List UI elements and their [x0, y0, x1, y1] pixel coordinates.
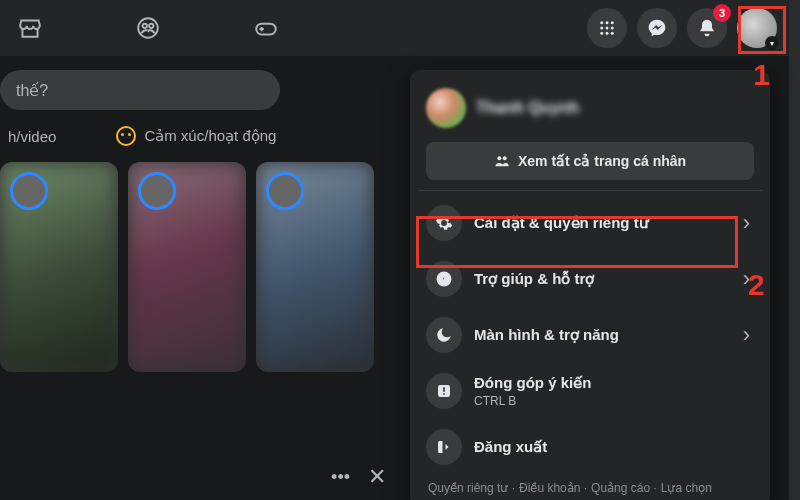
svg-point-6 [611, 21, 614, 24]
svg-point-0 [138, 18, 158, 38]
menu-settings-privacy[interactable]: Cài đặt & quyền riêng tư › [418, 195, 762, 251]
menu-logout[interactable]: Đăng xuất [418, 419, 762, 475]
logout-icon [426, 429, 462, 465]
menu-give-feedback[interactable]: Đóng góp ý kiến CTRL B [418, 363, 762, 419]
menu-item-label: Màn hình & trợ năng [474, 326, 619, 344]
stories-row [0, 162, 400, 372]
svg-point-7 [600, 27, 603, 30]
photo-video-action[interactable]: h/video [8, 126, 56, 146]
story-card[interactable] [256, 162, 374, 372]
people-switch-icon [494, 153, 510, 169]
footer-link[interactable]: Lựa chọn [661, 481, 712, 495]
dropdown-footer-links: Quyền riêng tư Điều khoản Quảng cáo Lựa … [418, 475, 762, 499]
account-dropdown: Thanh Quynh Xem tất cả trang cá nhân Cài… [410, 70, 770, 500]
svg-rect-18 [443, 393, 445, 395]
vertical-scrollbar[interactable] [789, 0, 800, 500]
groups-tab-icon[interactable] [134, 14, 162, 42]
svg-point-5 [606, 21, 609, 24]
composer-placeholder: thế? [16, 81, 48, 100]
chevron-right-icon: › [743, 266, 754, 292]
marketplace-tab-icon[interactable] [16, 14, 44, 42]
more-options-icon[interactable]: ••• [331, 467, 350, 488]
topbar-right: 3 ▾ [587, 8, 777, 48]
account-avatar-button[interactable]: ▾ [737, 8, 777, 48]
svg-point-8 [606, 27, 609, 30]
feedback-icon [426, 373, 462, 409]
feed-left-area: thế? h/video Cảm xúc/hoạt động ••• ✕ [0, 56, 400, 500]
menu-item-label: Đóng góp ý kiến [474, 374, 591, 392]
story-avatar-ring [10, 172, 48, 210]
footer-link[interactable]: Điều khoản [519, 481, 587, 495]
svg-point-4 [600, 21, 603, 24]
composer-actions: h/video Cảm xúc/hoạt động [0, 110, 400, 162]
topbar-center-tabs [12, 14, 280, 42]
feeling-activity-action[interactable]: Cảm xúc/hoạt động [116, 126, 276, 146]
menu-item-shortcut: CTRL B [474, 394, 591, 408]
gaming-tab-icon[interactable] [252, 14, 280, 42]
story-viewer-controls: ••• ✕ [331, 464, 386, 490]
profile-name: Thanh Quynh [476, 99, 579, 117]
feeling-activity-label: Cảm xúc/hoạt động [144, 127, 276, 145]
menu-item-label: Đăng xuất [474, 438, 547, 456]
svg-point-2 [149, 24, 153, 28]
chevron-right-icon: › [743, 210, 754, 236]
profile-row[interactable]: Thanh Quynh [418, 78, 762, 138]
profile-avatar [426, 88, 466, 128]
menu-help-support[interactable]: Trợ giúp & hỗ trợ › [418, 251, 762, 307]
menu-grid-button[interactable] [587, 8, 627, 48]
emoji-icon [116, 126, 136, 146]
menu-item-label: Cài đặt & quyền riêng tư [474, 214, 649, 232]
topbar: 3 ▾ [0, 0, 789, 56]
notifications-button[interactable]: 3 [687, 8, 727, 48]
moon-icon [426, 317, 462, 353]
help-icon [426, 261, 462, 297]
notification-badge: 3 [713, 4, 731, 22]
svg-rect-17 [443, 387, 445, 392]
footer-link[interactable]: Quyền riêng tư [428, 481, 515, 495]
see-all-profiles-button[interactable]: Xem tất cả trang cá nhân [426, 142, 754, 180]
svg-point-12 [611, 32, 614, 35]
messenger-button[interactable] [637, 8, 677, 48]
menu-item-label: Trợ giúp & hỗ trợ [474, 270, 594, 288]
footer-link[interactable]: Quảng cáo [591, 481, 657, 495]
menu-display-accessibility[interactable]: Màn hình & trợ năng › [418, 307, 762, 363]
story-avatar-ring [266, 172, 304, 210]
svg-point-10 [600, 32, 603, 35]
story-avatar-ring [138, 172, 176, 210]
chevron-down-icon: ▾ [765, 36, 779, 50]
composer-input[interactable]: thế? [0, 70, 280, 110]
menu-item-text: Đóng góp ý kiến CTRL B [474, 374, 591, 408]
story-card[interactable] [0, 162, 118, 372]
svg-point-9 [611, 27, 614, 30]
see-all-profiles-label: Xem tất cả trang cá nhân [518, 153, 686, 169]
svg-point-1 [143, 24, 147, 28]
svg-point-11 [606, 32, 609, 35]
svg-point-13 [497, 156, 501, 160]
story-card[interactable] [128, 162, 246, 372]
svg-rect-3 [256, 24, 276, 35]
chevron-right-icon: › [743, 322, 754, 348]
divider [418, 190, 762, 191]
photo-video-label: h/video [8, 128, 56, 145]
svg-point-14 [503, 156, 507, 160]
gear-icon [426, 205, 462, 241]
close-icon[interactable]: ✕ [368, 464, 386, 490]
